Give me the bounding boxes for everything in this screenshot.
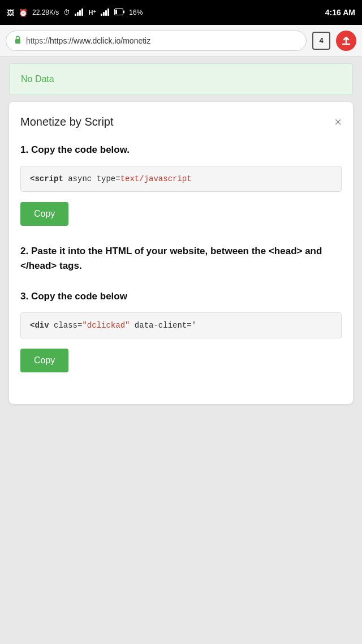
code-tag-keyword: <script bbox=[30, 174, 63, 183]
step1-label: 1. Copy the code below. bbox=[20, 144, 342, 156]
svg-rect-10 bbox=[123, 10, 124, 13]
signal2-icon bbox=[101, 8, 110, 18]
browser-bar: https://https://www.dclick.io/monetiz 4 bbox=[0, 25, 362, 57]
step2-label: 2. Paste it into the HTML of your websit… bbox=[20, 244, 342, 273]
card-header: Monetize by Script × bbox=[20, 115, 342, 128]
copy-button-step1[interactable]: Copy bbox=[20, 202, 68, 226]
svg-rect-9 bbox=[115, 10, 117, 14]
network-type-icon: H⁺ bbox=[88, 9, 96, 16]
step3-code-class-attr: class= bbox=[54, 321, 82, 330]
url-text: https://https://www.dclick.io/monetiz bbox=[26, 36, 150, 45]
url-scheme: https:// bbox=[26, 36, 50, 45]
status-bar-right: 4:16 AM bbox=[325, 8, 355, 17]
step3-code-class-val: "dclickad" bbox=[82, 321, 130, 330]
step1-section: 1. Copy the code below. <script async ty… bbox=[20, 144, 342, 244]
step2-section: 2. Paste it into the HTML of your websit… bbox=[20, 244, 342, 273]
svg-rect-1 bbox=[77, 12, 79, 16]
lock-icon bbox=[14, 35, 21, 46]
image-icon: 🖼 bbox=[7, 8, 14, 17]
step3-copy-btn-container: Copy bbox=[20, 349, 342, 390]
no-data-banner: No Data bbox=[9, 63, 353, 95]
copy-button-step3[interactable]: Copy bbox=[20, 349, 68, 372]
step1-code-block: <script async type=text/javascript bbox=[20, 166, 342, 192]
status-bar-left: 🖼 ⏰ 22.28K/s ⏱ H⁺ bbox=[7, 8, 143, 18]
svg-rect-3 bbox=[81, 8, 83, 16]
code-attr-value: text/javascript bbox=[120, 174, 192, 183]
svg-rect-0 bbox=[75, 14, 76, 16]
battery-percent: 16% bbox=[129, 8, 143, 16]
battery-icon bbox=[114, 8, 124, 17]
close-button[interactable]: × bbox=[334, 116, 342, 128]
url-domain: https://www.dclick.io/monetiz bbox=[50, 36, 150, 45]
svg-rect-5 bbox=[103, 12, 105, 16]
step3-code-data-attr: data-client=' bbox=[130, 321, 196, 330]
status-time: 4:16 AM bbox=[325, 8, 355, 17]
svg-rect-11 bbox=[15, 39, 20, 44]
step3-label: 3. Copy the code below bbox=[20, 291, 342, 302]
tab-count-badge[interactable]: 4 bbox=[312, 32, 330, 50]
clock-icon: ⏰ bbox=[19, 8, 28, 17]
svg-rect-6 bbox=[105, 10, 107, 16]
upload-button[interactable] bbox=[336, 31, 356, 51]
card-title: Monetize by Script bbox=[20, 115, 114, 128]
network-speed: 22.28K/s bbox=[32, 8, 59, 16]
signal-icon bbox=[75, 8, 84, 18]
no-data-text: No Data bbox=[21, 74, 54, 84]
alarm-icon: ⏱ bbox=[63, 8, 70, 16]
step3-code-block: <div class="dclickad" data-client=' bbox=[20, 312, 342, 338]
code-tag-async: async type= bbox=[68, 174, 120, 183]
status-bar: 🖼 ⏰ 22.28K/s ⏱ H⁺ bbox=[0, 0, 362, 25]
svg-rect-7 bbox=[107, 8, 109, 16]
step3-code-tag: <div bbox=[30, 321, 49, 330]
monetize-card: Monetize by Script × 1. Copy the code be… bbox=[9, 102, 353, 404]
step3-section: 3. Copy the code below <div class="dclic… bbox=[20, 291, 342, 338]
url-bar[interactable]: https://https://www.dclick.io/monetiz bbox=[6, 31, 307, 51]
svg-rect-4 bbox=[101, 14, 102, 16]
svg-rect-2 bbox=[79, 10, 81, 16]
